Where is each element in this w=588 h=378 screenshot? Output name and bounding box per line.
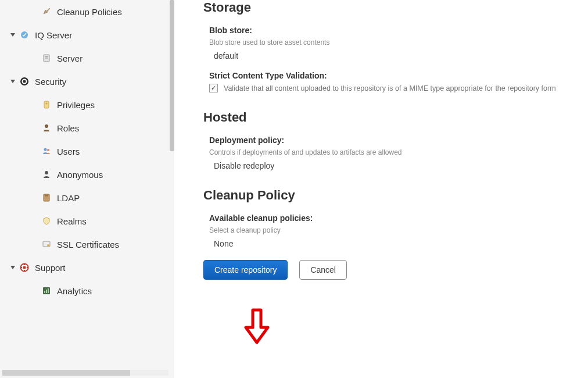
- main-content: Storage Blob store: Blob store used to s…: [174, 0, 588, 378]
- sidebar: Cleanup Policies IQ Server Server Securi…: [0, 0, 174, 378]
- svg-rect-3: [45, 58, 48, 59]
- deployment-policy-help: Controls if deployments of and updates t…: [209, 148, 588, 156]
- privileges-icon: [42, 100, 51, 109]
- svg-point-10: [44, 148, 47, 151]
- sidebar-label: LDAP: [57, 193, 80, 203]
- support-icon: [20, 263, 29, 272]
- sidebar-label: Realms: [57, 216, 87, 226]
- users-icon: [42, 147, 51, 156]
- sidebar-label: Support: [35, 263, 66, 273]
- sidebar-item-roles[interactable]: Roles: [0, 116, 174, 140]
- hosted-heading: Hosted: [203, 110, 588, 125]
- sidebar-label: Users: [57, 147, 80, 156]
- caret-down-icon: [10, 33, 15, 37]
- svg-rect-24: [27, 267, 28, 268]
- strict-validation-checkbox[interactable]: ✓: [209, 84, 218, 92]
- svg-rect-27: [46, 290, 47, 293]
- sidebar-item-ldap[interactable]: LDAP: [0, 186, 174, 209]
- svg-rect-14: [45, 195, 48, 196]
- cleanup-policy-heading: Cleanup Policy: [203, 188, 588, 203]
- cancel-button[interactable]: Cancel: [299, 260, 347, 280]
- blob-store-value: default: [214, 51, 588, 60]
- svg-rect-15: [45, 197, 48, 197]
- available-cleanup-value: None: [214, 239, 588, 248]
- available-cleanup-help: Select a cleanup policy: [209, 226, 588, 234]
- sidebar-group-security[interactable]: Security: [0, 70, 174, 93]
- realms-icon: [42, 216, 51, 226]
- sidebar-item-ssl-certificates[interactable]: SSL Certificates: [0, 233, 174, 256]
- svg-rect-2: [45, 56, 48, 57]
- sidebar-item-server[interactable]: Server: [0, 47, 174, 70]
- action-buttons: Create repository Cancel: [203, 260, 588, 280]
- broom-icon: [42, 7, 51, 16]
- sidebar-item-realms[interactable]: Realms: [0, 209, 174, 233]
- storage-heading: Storage: [203, 0, 588, 15]
- svg-point-12: [45, 171, 48, 174]
- svg-point-9: [45, 124, 48, 128]
- caret-down-icon: [10, 266, 15, 269]
- sidebar-hscroll[interactable]: [2, 370, 168, 376]
- sidebar-label: IQ Server: [35, 30, 72, 40]
- caret-down-icon: [10, 80, 15, 83]
- svg-rect-21: [24, 263, 25, 265]
- sidebar-label: Privileges: [57, 100, 95, 110]
- svg-point-6: [23, 80, 26, 83]
- strict-validation-text: Validate that all content uploaded to th…: [224, 84, 556, 92]
- svg-point-11: [47, 149, 49, 151]
- svg-rect-22: [24, 270, 25, 272]
- roles-icon: [42, 123, 51, 133]
- svg-rect-23: [20, 267, 22, 268]
- security-icon: [20, 77, 29, 86]
- sidebar-group-support[interactable]: Support: [0, 256, 174, 279]
- svg-point-20: [23, 266, 26, 269]
- svg-point-8: [46, 103, 48, 105]
- sidebar-label: SSL Certificates: [57, 240, 119, 249]
- deployment-policy-label: Deployment policy:: [209, 135, 588, 145]
- analytics-icon: [42, 286, 51, 295]
- sidebar-label: Roles: [57, 123, 79, 133]
- sidebar-label: Security: [35, 77, 66, 87]
- svg-rect-7: [44, 101, 49, 108]
- ldap-icon: [42, 193, 51, 202]
- sidebar-item-users[interactable]: Users: [0, 140, 174, 163]
- deployment-policy-value: Disable redeploy: [214, 161, 588, 170]
- iq-server-icon: [20, 30, 29, 40]
- available-cleanup-label: Available cleanup policies:: [209, 213, 588, 223]
- strict-validation-label: Strict Content Type Validation:: [209, 71, 588, 80]
- svg-rect-28: [48, 288, 49, 293]
- svg-rect-16: [45, 198, 48, 198]
- sidebar-label: Cleanup Policies: [57, 7, 122, 17]
- blob-store-help: Blob store used to store asset contents: [209, 38, 588, 47]
- sidebar-label: Server: [57, 54, 83, 63]
- create-repository-button[interactable]: Create repository: [203, 260, 288, 280]
- svg-point-18: [47, 244, 49, 247]
- server-icon: [42, 54, 51, 63]
- certificate-icon: [42, 240, 51, 249]
- blob-store-label: Blob store:: [209, 26, 588, 35]
- anonymous-icon: [42, 170, 51, 179]
- sidebar-label: Analytics: [57, 286, 92, 296]
- sidebar-item-cleanup-policies[interactable]: Cleanup Policies: [0, 0, 174, 23]
- sidebar-label: Anonymous: [57, 170, 103, 180]
- sidebar-item-analytics[interactable]: Analytics: [0, 279, 174, 302]
- sidebar-item-anonymous[interactable]: Anonymous: [0, 163, 174, 186]
- svg-rect-26: [44, 291, 45, 293]
- sidebar-scrollbar[interactable]: [170, 0, 174, 151]
- sidebar-group-iq-server[interactable]: IQ Server: [0, 23, 174, 47]
- sidebar-item-privileges[interactable]: Privileges: [0, 93, 174, 116]
